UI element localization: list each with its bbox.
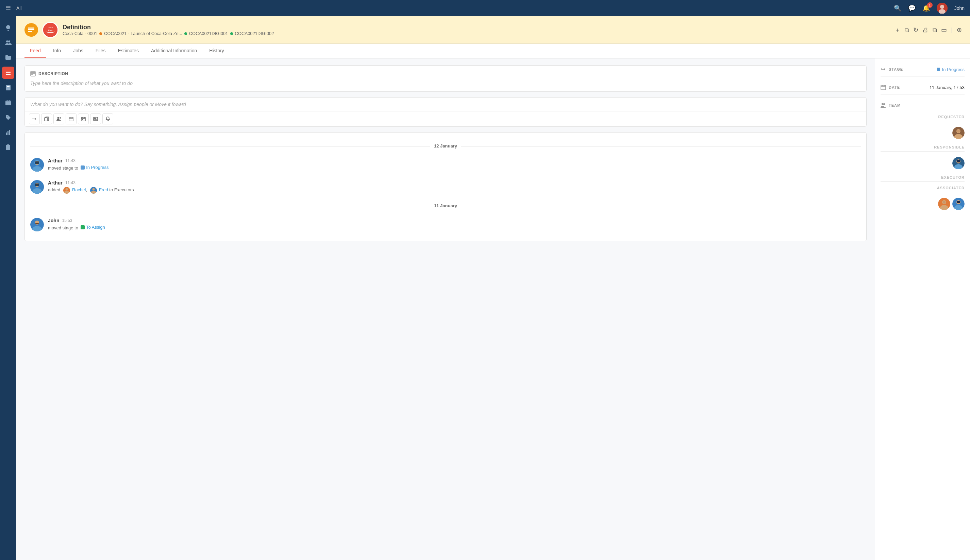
toolbar-copy-btn[interactable] — [41, 113, 52, 124]
svg-rect-15 — [7, 100, 7, 101]
svg-point-1 — [940, 5, 944, 9]
entry-time-2: 11:43 — [65, 180, 75, 185]
comment-input-box — [25, 97, 866, 127]
entry-author-1: Arthur — [48, 158, 63, 163]
sidebar-item-chart[interactable] — [2, 127, 14, 138]
sidebar-item-calculator[interactable] — [2, 82, 14, 94]
toolbar-stage-btn[interactable] — [29, 113, 40, 124]
toolbar-bell-btn[interactable] — [102, 113, 113, 124]
tab-estimates[interactable]: Estimates — [112, 44, 144, 58]
description-box: DESCRIPTION Type here the description of… — [25, 65, 866, 92]
breadcrumb-item1: COCA0021 - Launch of Coca-Cola Ze... — [104, 31, 182, 36]
print-button[interactable]: 🖨 — [922, 27, 928, 33]
toolbar-image-btn[interactable] — [90, 113, 101, 124]
main-content: Coca Cola Definition Coca-Cola - 0001 CO… — [16, 16, 970, 560]
header-info: Definition Coca-Cola - 0001 COCA0021 - L… — [63, 24, 274, 36]
tab-feed[interactable]: Feed — [25, 44, 46, 58]
description-placeholder[interactable]: Type here the description of what you wa… — [30, 80, 861, 86]
rachel-link[interactable]: Rachel — [72, 187, 86, 192]
inline-avatar-rachel — [63, 187, 70, 194]
toolbar-calendar-btn[interactable] — [78, 113, 89, 124]
entry-content-2: Arthur 11:43 added Rachel, — [48, 180, 861, 194]
entry-content-3: John 15:53 moved stage to To Assign — [48, 218, 861, 232]
feed-entries: 12 January — [25, 132, 866, 241]
svg-point-11 — [7, 89, 7, 89]
svg-rect-3 — [6, 71, 10, 72]
tab-files[interactable]: Files — [90, 44, 111, 58]
minimize-button[interactable]: ▭ — [941, 26, 947, 33]
team-label: TEAM — [889, 103, 901, 107]
entry-content-1: Arthur 11:43 moved stage to In Progress — [48, 158, 861, 172]
header-banner: Coca Cola Definition Coca-Cola - 0001 CO… — [16, 16, 970, 44]
entry-time-1: 11:43 — [65, 158, 75, 163]
divider-vertical: | — [951, 27, 953, 33]
associated-divider — [881, 192, 965, 192]
tab-info[interactable]: Info — [48, 44, 66, 58]
avatar[interactable] — [937, 3, 948, 13]
expand-button[interactable]: ⧉ — [933, 27, 937, 33]
right-section-team: TEAM REQUESTER RESPO — [881, 101, 965, 212]
refresh-button[interactable]: ↻ — [913, 26, 918, 33]
entry-author-2: Arthur — [48, 180, 63, 185]
sidebar-item-clipboard[interactable] — [2, 142, 14, 153]
stage-link-3[interactable]: To Assign — [86, 225, 105, 230]
sidebar-item-tag[interactable] — [2, 112, 14, 124]
requester-avatar[interactable] — [952, 127, 965, 139]
top-navigation: ☰ All 🔍 💬 🔔 1 John — [0, 0, 970, 16]
sidebar-item-calendar[interactable] — [2, 97, 14, 109]
svg-rect-60 — [881, 85, 886, 90]
responsible-avatar[interactable] — [952, 157, 965, 169]
breadcrumb-dot-2 — [184, 32, 187, 35]
breadcrumb-item2: COCA0021DIGI001 — [189, 31, 228, 36]
coca-cola-logo: Coca Cola — [42, 22, 59, 38]
toolbar-people-btn[interactable] — [54, 113, 64, 124]
sidebar-item-users[interactable] — [2, 37, 14, 49]
stage-link-1[interactable]: In Progress — [86, 165, 109, 170]
sidebar-item-list[interactable] — [2, 67, 14, 79]
svg-rect-49 — [35, 183, 39, 186]
fred-link[interactable]: Fred — [99, 187, 108, 192]
svg-point-64 — [957, 130, 960, 133]
responsible-label: RESPONSIBLE — [881, 145, 965, 149]
copy-button[interactable]: ⧉ — [905, 27, 909, 33]
tab-additional[interactable]: Additional Information — [146, 44, 202, 58]
hamburger-icon[interactable]: ☰ — [5, 4, 11, 12]
stage-label: STAGE — [889, 67, 903, 72]
notification-icon[interactable]: 🔔 1 — [922, 4, 930, 12]
responsible-divider — [881, 151, 965, 152]
executor-label: EXECUTOR — [881, 175, 965, 179]
chat-icon[interactable]: 💬 — [908, 4, 916, 12]
svg-rect-19 — [9, 130, 10, 135]
sidebar-item-lightbulb[interactable] — [2, 22, 14, 34]
associated-label: ASSOCIATED — [881, 186, 965, 190]
add-button[interactable]: ＋ — [895, 26, 901, 34]
comment-input[interactable] — [25, 98, 866, 111]
associated-avatars — [881, 196, 965, 212]
breadcrumb-dot-3 — [230, 32, 233, 35]
svg-point-13 — [9, 89, 10, 89]
right-panel: STAGE In Progress DATE 11 January, 1 — [875, 58, 970, 560]
sidebar-item-folder[interactable] — [2, 52, 14, 64]
stage-badge-1: In Progress — [80, 165, 109, 170]
description-label: DESCRIPTION — [38, 72, 69, 76]
svg-point-35 — [57, 117, 59, 119]
svg-rect-17 — [6, 133, 7, 135]
entry-header-3: John 15:53 — [48, 218, 861, 223]
toolbar-date-btn[interactable] — [66, 113, 77, 124]
svg-rect-26 — [28, 31, 32, 32]
associated-avatar-2[interactable] — [952, 198, 965, 210]
associated-avatar-1[interactable] — [938, 198, 950, 210]
tab-jobs[interactable]: Jobs — [68, 44, 89, 58]
svg-rect-4 — [6, 72, 10, 73]
search-icon[interactable]: 🔍 — [894, 4, 901, 12]
executor-divider — [881, 182, 965, 182]
svg-point-9 — [8, 88, 8, 88]
more-button[interactable]: ⊕ — [957, 26, 962, 33]
svg-rect-25 — [28, 29, 34, 30]
right-section-date: DATE 11 January, 17:53 — [881, 83, 965, 95]
tabs-bar: Feed Info Jobs Files Estimates Additiona… — [16, 44, 970, 58]
comment-toolbar — [25, 111, 866, 127]
svg-rect-5 — [6, 74, 10, 75]
inline-avatar-fred — [90, 187, 97, 194]
tab-history[interactable]: History — [204, 44, 229, 58]
